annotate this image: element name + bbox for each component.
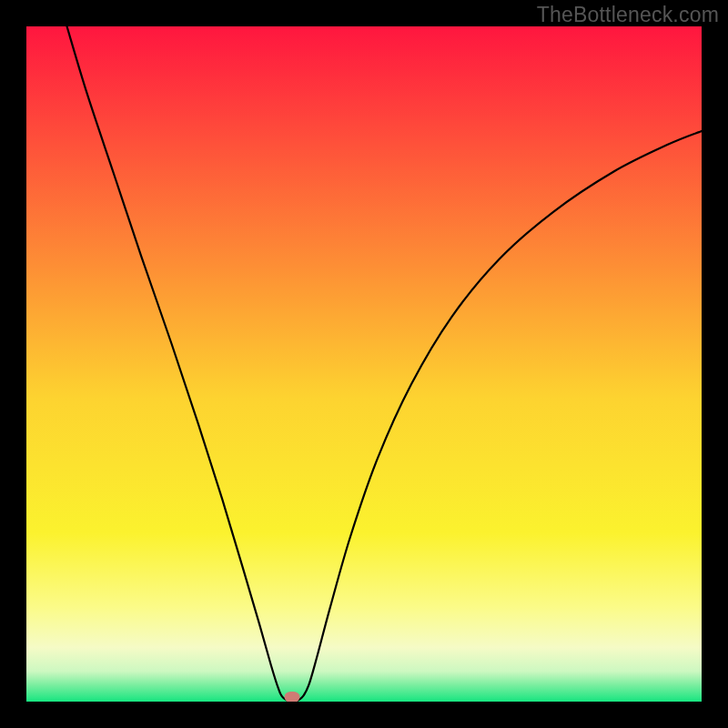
plot-area — [26, 26, 702, 702]
watermark-text: TheBottleneck.com — [537, 3, 719, 27]
bottleneck-curve — [26, 26, 702, 702]
optimum-marker — [285, 692, 300, 702]
chart-frame: TheBottleneck.com — [0, 0, 728, 728]
